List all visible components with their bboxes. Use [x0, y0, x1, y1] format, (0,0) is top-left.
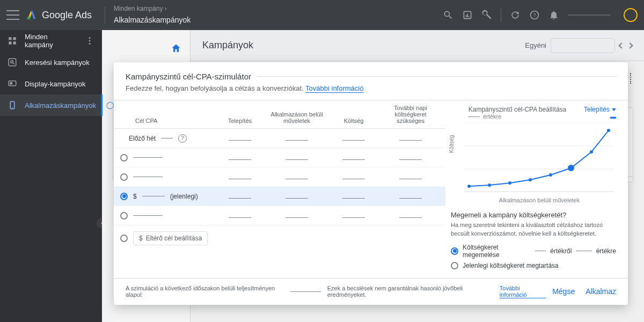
hamburger-icon[interactable] — [6, 10, 19, 20]
budget-heading: Megemeli a kampány költségkeretét? — [451, 211, 616, 219]
table-row[interactable] — [114, 148, 445, 167]
budget-option-keep[interactable]: Jelenlegi költségkeret megtartása — [451, 262, 616, 269]
search-campaign-icon — [8, 57, 17, 67]
col-installs: Telepítés — [211, 118, 268, 124]
tools-icon[interactable] — [481, 10, 492, 20]
svg-rect-2 — [466, 15, 467, 17]
col-inapp: Alkalmazáson belüli műveletek — [268, 111, 325, 124]
svg-point-27 — [529, 178, 532, 181]
help-icon[interactable]: ? — [178, 134, 187, 143]
sidebar-item-app[interactable]: Alkalmazáskampányok — [0, 94, 102, 116]
learn-more-link[interactable]: További információ — [305, 84, 363, 93]
chart-subtitle: értékre — [483, 113, 501, 120]
active-indicator — [101, 94, 103, 116]
radio[interactable] — [451, 262, 458, 269]
modal-title: Kampányszintű cél-CPA-szimulátor — [126, 72, 251, 81]
radio[interactable] — [120, 173, 128, 181]
footer-text-2: Ezek a becslések nem garantálnak hasonló… — [327, 285, 493, 298]
custom-target-input[interactable]: $ Eltérő cél beállítása — [133, 231, 208, 245]
modal-subtitle: Fedezze fel, hogyan befolyásolja a célzá… — [126, 84, 305, 92]
table-row[interactable] — [114, 167, 445, 187]
breadcrumb-current[interactable]: Alkalmazáskampányok — [114, 14, 191, 26]
radio[interactable] — [451, 247, 458, 255]
budget-section: Megemeli a kampány költségkeretét? Ha me… — [451, 211, 616, 269]
display-icon — [8, 79, 17, 89]
current-label: (jelenlegi) — [170, 193, 198, 200]
metric-dropdown[interactable]: Telepítés — [584, 106, 616, 113]
apply-button[interactable]: Alkalmaz — [586, 287, 616, 296]
svg-point-12 — [89, 40, 91, 42]
svg-point-29 — [568, 165, 574, 171]
radio[interactable] — [120, 235, 128, 242]
svg-text:?: ? — [533, 12, 536, 18]
sidebar: Minden kampány Keresési kampányok Displa… — [0, 30, 102, 322]
table-row-current[interactable]: $ (jelenlegi) — [114, 187, 445, 206]
svg-point-31 — [607, 129, 610, 132]
breadcrumb-parent[interactable]: Minden kampány › — [114, 4, 191, 14]
product-name: Google Ads — [42, 10, 92, 21]
svg-point-19 — [12, 107, 13, 108]
header-actions: ? — [443, 8, 638, 23]
chart-title: Kampányszintű cél-CPA beállítása — [469, 106, 567, 113]
footer-text-1: A szimuláció a következő időszakon belül… — [126, 285, 284, 298]
simulator-table: Cél CPA Telepítés Alkalmazáson belüli mű… — [114, 100, 445, 278]
svg-rect-7 — [9, 37, 11, 40]
svg-point-28 — [549, 173, 552, 177]
svg-point-15 — [11, 61, 13, 63]
svg-rect-14 — [9, 58, 16, 66]
more-icon[interactable] — [85, 36, 94, 46]
chart-ylabel: Költség — [449, 135, 455, 153]
sidebar-item-label: Display-kampányok — [25, 80, 85, 88]
budget-option-increase[interactable]: Költségkeret megemelése értékről értékre — [451, 244, 616, 259]
refresh-icon[interactable] — [510, 10, 521, 20]
sidebar-item-label: Keresési kampányok — [25, 58, 90, 67]
svg-point-11 — [89, 37, 91, 39]
simulator-side-panel: Kampányszintű cél-CPA beállítása Telepít… — [445, 100, 628, 278]
col-budget-needed: További napi költségkeret szükséges — [382, 105, 439, 124]
svg-point-13 — [89, 43, 91, 45]
app-header: Google Ads Minden kampány › Alkalmazáska… — [0, 0, 644, 30]
cancel-button[interactable]: Mégse — [552, 287, 575, 296]
svg-point-30 — [590, 150, 593, 153]
cpa-simulator-modal: Kampányszintű cél-CPA-szimulátor Fedezze… — [114, 62, 628, 305]
reports-icon[interactable] — [462, 10, 473, 20]
budget-desc: Ha meg szeretné tekinteni a kiválasztott… — [451, 221, 616, 238]
svg-point-0 — [27, 17, 31, 20]
svg-rect-4 — [469, 16, 470, 18]
col-cost: Költség — [325, 118, 382, 124]
help-icon[interactable]: ? — [529, 10, 540, 20]
sidebar-item-all-campaigns[interactable]: Minden kampány — [0, 30, 102, 52]
avatar[interactable] — [624, 8, 638, 22]
svg-rect-9 — [9, 42, 11, 45]
svg-point-26 — [508, 181, 511, 185]
svg-point-24 — [467, 185, 471, 188]
divider — [501, 8, 501, 23]
sidebar-item-display[interactable]: Display-kampányok — [0, 73, 102, 94]
radio[interactable] — [120, 212, 128, 219]
sidebar-item-label: Minden kampány — [25, 33, 77, 49]
nav-active-indicator: ◯ — [102, 101, 111, 109]
svg-rect-8 — [13, 37, 16, 40]
grid-icon — [8, 36, 17, 46]
radio[interactable] — [120, 193, 128, 200]
table-row[interactable] — [114, 206, 445, 225]
account-placeholder — [568, 14, 611, 16]
currency-symbol: $ — [133, 193, 137, 200]
divider — [258, 76, 616, 77]
chart: Költség — [451, 123, 616, 198]
svg-rect-10 — [13, 42, 16, 45]
notifications-icon[interactable] — [548, 10, 559, 20]
prev-week-label: Előző hét — [129, 135, 156, 142]
sidebar-item-label: Alkalmazáskampányok — [25, 101, 96, 109]
divider — [105, 6, 105, 24]
google-ads-logo-icon — [26, 9, 38, 21]
sidebar-item-search[interactable]: Keresési kampányok — [0, 52, 102, 73]
footer-learn-more-link[interactable]: További információ — [500, 285, 546, 298]
table-header: Cél CPA Telepítés Alkalmazáson belüli mű… — [114, 100, 445, 129]
radio[interactable] — [120, 154, 128, 162]
svg-rect-3 — [467, 14, 468, 18]
svg-rect-17 — [10, 82, 13, 85]
custom-target-row[interactable]: $ Eltérő cél beállítása — [114, 225, 445, 251]
breadcrumb[interactable]: Minden kampány › Alkalmazáskampányok — [114, 4, 191, 26]
search-icon[interactable] — [443, 10, 453, 20]
